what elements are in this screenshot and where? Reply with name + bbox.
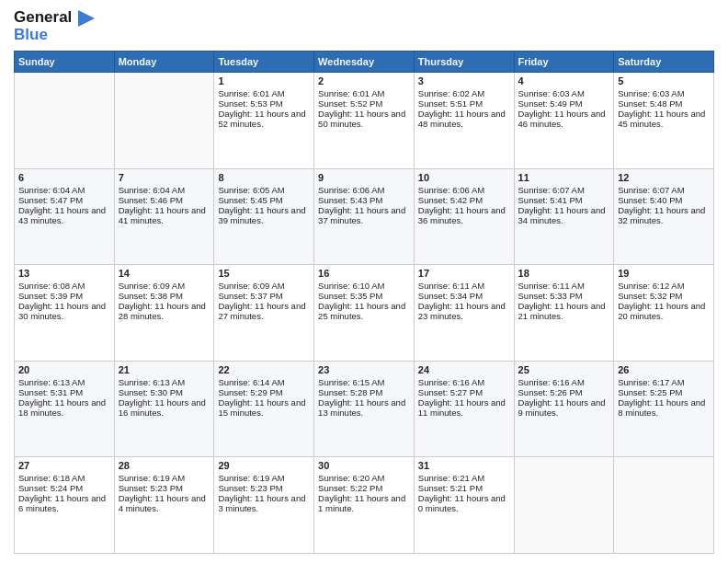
sunset-text: Sunset: 5:38 PM [119,291,210,301]
sunrise-text: Sunrise: 6:11 AM [518,281,610,291]
day-number: 29 [218,460,310,471]
daylight-text: Daylight: 11 hours and 37 minutes. [318,205,410,225]
sunset-text: Sunset: 5:41 PM [518,195,610,205]
calendar-cell: 25Sunrise: 6:16 AMSunset: 5:26 PMDayligh… [514,361,614,457]
day-number: 21 [119,364,210,375]
sunrise-text: Sunrise: 6:10 AM [318,281,410,291]
calendar-cell: 4Sunrise: 6:03 AMSunset: 5:49 PMDaylight… [514,73,614,169]
calendar-row-1: 6Sunrise: 6:04 AMSunset: 5:47 PMDaylight… [15,168,714,265]
calendar-table: SundayMondayTuesdayWednesdayThursdayFrid… [14,51,714,554]
day-number: 4 [518,75,610,86]
calendar-cell: 29Sunrise: 6:19 AMSunset: 5:23 PMDayligh… [214,457,314,554]
sunset-text: Sunset: 5:23 PM [119,483,210,493]
logo-blue: Blue [14,26,48,43]
day-number: 12 [618,172,710,183]
sunrise-text: Sunrise: 6:19 AM [119,473,210,483]
sunrise-text: Sunrise: 6:13 AM [119,377,210,387]
calendar-cell [15,73,115,169]
sunrise-text: Sunrise: 6:11 AM [418,281,510,291]
sunrise-text: Sunrise: 6:06 AM [418,185,510,195]
sunrise-text: Sunrise: 6:01 AM [218,88,310,98]
sunrise-text: Sunrise: 6:07 AM [618,185,710,195]
calendar-row-0: 1Sunrise: 6:01 AMSunset: 5:53 PMDaylight… [15,73,714,169]
daylight-text: Daylight: 11 hours and 43 minutes. [18,205,110,225]
daylight-text: Daylight: 11 hours and 18 minutes. [18,397,110,418]
calendar-cell: 20Sunrise: 6:13 AMSunset: 5:31 PMDayligh… [15,361,115,457]
calendar-row-2: 13Sunrise: 6:08 AMSunset: 5:39 PMDayligh… [15,265,714,362]
logo: General Blue [14,9,95,43]
sunset-text: Sunset: 5:49 PM [518,98,610,109]
logo-text: General Blue [14,9,95,43]
sunset-text: Sunset: 5:45 PM [218,195,310,205]
day-number: 19 [618,268,710,279]
daylight-text: Daylight: 11 hours and 8 minutes. [618,397,710,418]
svg-marker-0 [78,10,95,27]
header: General Blue [14,9,714,43]
sunrise-text: Sunrise: 6:17 AM [618,377,710,387]
daylight-text: Daylight: 11 hours and 6 minutes. [18,493,110,513]
daylight-text: Daylight: 11 hours and 52 minutes. [218,109,310,129]
daylight-text: Daylight: 11 hours and 41 minutes. [119,205,210,225]
day-number: 23 [318,364,410,375]
logo-general: General [14,8,72,26]
calendar-cell: 2Sunrise: 6:01 AMSunset: 5:52 PMDaylight… [314,73,415,169]
sunrise-text: Sunrise: 6:04 AM [119,185,210,195]
day-number: 22 [218,364,310,375]
day-number: 3 [418,75,510,86]
calendar-row-3: 20Sunrise: 6:13 AMSunset: 5:31 PMDayligh… [15,361,714,457]
calendar-cell: 26Sunrise: 6:17 AMSunset: 5:25 PMDayligh… [614,361,714,457]
weekday-header-thursday: Thursday [414,52,514,73]
calendar-cell: 21Sunrise: 6:13 AMSunset: 5:30 PMDayligh… [114,361,214,457]
sunrise-text: Sunrise: 6:09 AM [218,281,310,291]
sunrise-text: Sunrise: 6:18 AM [18,473,110,483]
calendar-cell: 12Sunrise: 6:07 AMSunset: 5:40 PMDayligh… [614,168,714,265]
sunset-text: Sunset: 5:25 PM [618,387,710,397]
calendar-cell: 23Sunrise: 6:15 AMSunset: 5:28 PMDayligh… [314,361,415,457]
calendar-cell: 5Sunrise: 6:03 AMSunset: 5:48 PMDaylight… [614,73,714,169]
calendar-cell: 3Sunrise: 6:02 AMSunset: 5:51 PMDaylight… [414,73,514,169]
day-number: 14 [119,268,210,279]
day-number: 9 [318,172,410,183]
sunset-text: Sunset: 5:28 PM [318,387,410,397]
day-number: 6 [18,172,110,183]
calendar-cell: 19Sunrise: 6:12 AMSunset: 5:32 PMDayligh… [614,265,714,362]
calendar-row-4: 27Sunrise: 6:18 AMSunset: 5:24 PMDayligh… [15,457,714,554]
sunrise-text: Sunrise: 6:02 AM [418,88,510,98]
daylight-text: Daylight: 11 hours and 32 minutes. [618,205,710,225]
day-number: 1 [218,75,310,86]
calendar-cell: 24Sunrise: 6:16 AMSunset: 5:27 PMDayligh… [414,361,514,457]
sunset-text: Sunset: 5:52 PM [318,98,410,109]
sunrise-text: Sunrise: 6:16 AM [418,377,510,387]
weekday-header-monday: Monday [114,52,214,73]
day-number: 26 [618,364,710,375]
calendar-cell: 17Sunrise: 6:11 AMSunset: 5:34 PMDayligh… [414,265,514,362]
sunset-text: Sunset: 5:42 PM [418,195,510,205]
sunrise-text: Sunrise: 6:08 AM [18,281,110,291]
sunset-text: Sunset: 5:47 PM [18,195,110,205]
sunset-text: Sunset: 5:31 PM [18,387,110,397]
sunrise-text: Sunrise: 6:04 AM [18,185,110,195]
day-number: 20 [18,364,110,375]
calendar-cell: 18Sunrise: 6:11 AMSunset: 5:33 PMDayligh… [514,265,614,362]
day-number: 7 [119,172,210,183]
sunset-text: Sunset: 5:35 PM [318,291,410,301]
calendar-cell: 8Sunrise: 6:05 AMSunset: 5:45 PMDaylight… [214,168,314,265]
sunset-text: Sunset: 5:21 PM [418,483,510,493]
calendar-cell: 28Sunrise: 6:19 AMSunset: 5:23 PMDayligh… [114,457,214,554]
daylight-text: Daylight: 11 hours and 13 minutes. [318,397,410,418]
logo-arrow-icon [78,10,95,27]
sunrise-text: Sunrise: 6:09 AM [119,281,210,291]
day-number: 18 [518,268,610,279]
calendar-cell: 31Sunrise: 6:21 AMSunset: 5:21 PMDayligh… [414,457,514,554]
daylight-text: Daylight: 11 hours and 46 minutes. [518,109,610,129]
sunrise-text: Sunrise: 6:07 AM [518,185,610,195]
calendar-cell [114,73,214,169]
daylight-text: Daylight: 11 hours and 4 minutes. [119,493,210,513]
sunset-text: Sunset: 5:32 PM [618,291,710,301]
calendar-cell: 30Sunrise: 6:20 AMSunset: 5:22 PMDayligh… [314,457,415,554]
day-number: 24 [418,364,510,375]
weekday-header-tuesday: Tuesday [214,52,314,73]
calendar-cell: 27Sunrise: 6:18 AMSunset: 5:24 PMDayligh… [15,457,115,554]
calendar-cell: 7Sunrise: 6:04 AMSunset: 5:46 PMDaylight… [114,168,214,265]
daylight-text: Daylight: 11 hours and 21 minutes. [518,301,610,321]
